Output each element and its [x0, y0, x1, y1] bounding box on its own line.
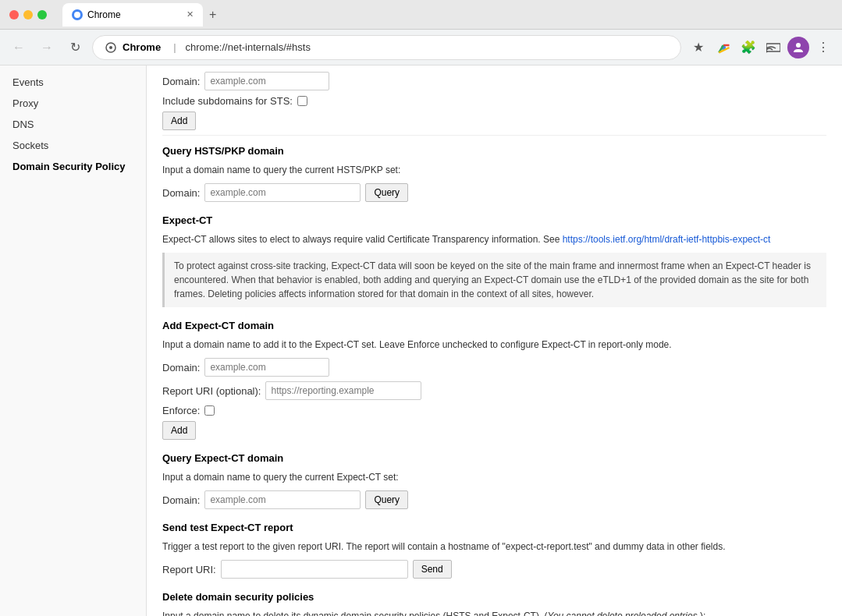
- add-expect-ct-desc: Input a domain name to add it to the Exp…: [162, 338, 826, 352]
- add-expect-ct-report-uri-label: Report URI (optional):: [162, 385, 261, 397]
- minimize-button[interactable]: [23, 10, 33, 19]
- include-subdomains-label: Include subdomains for STS:: [162, 95, 293, 107]
- tab-label: Chrome: [87, 9, 121, 20]
- address-separator: |: [173, 41, 176, 53]
- add-expect-ct-report-uri-row: Report URI (optional):: [162, 381, 826, 400]
- send-test-report-uri-row: Report URI: Send: [162, 560, 826, 579]
- toolbar-icons: ★ 🧩 ⋮: [687, 37, 834, 58]
- sidebar: Events Proxy DNS Sockets Domain Security…: [0, 65, 147, 616]
- add-expect-ct-domain-label: Domain:: [162, 362, 200, 373]
- sidebar-item-proxy[interactable]: Proxy: [0, 93, 146, 114]
- close-button[interactable]: [9, 10, 19, 19]
- add-expect-ct-enforce-checkbox[interactable]: [204, 405, 215, 416]
- query-hsts-button[interactable]: Query: [365, 183, 408, 202]
- delete-policies-title: Delete domain security policies: [162, 591, 826, 603]
- chrome-icon-button[interactable]: [712, 37, 734, 58]
- sidebar-item-sockets[interactable]: Sockets: [0, 135, 146, 156]
- back-button[interactable]: ←: [8, 37, 30, 58]
- expect-ct-link[interactable]: https://tools.ietf.org/html/draft-ietf-h…: [563, 234, 771, 245]
- add-expect-ct-enforce-row: Enforce:: [162, 405, 826, 416]
- tab-favicon: [72, 9, 83, 20]
- add-hsts-row: Add: [162, 112, 826, 130]
- extensions-button[interactable]: 🧩: [737, 37, 759, 58]
- query-hsts-title: Query HSTS/PKP domain: [162, 145, 826, 157]
- query-hsts-desc: Input a domain name to query the current…: [162, 163, 826, 177]
- send-test-report-uri-label: Report URI:: [162, 564, 216, 575]
- menu-button[interactable]: ⋮: [812, 37, 834, 58]
- tab-bar: Chrome ✕ +: [62, 3, 833, 27]
- query-expect-ct-desc: Input a domain name to query the current…: [162, 470, 826, 484]
- partial-add-hsts-section: Domain: Include subdomains for STS: Add: [162, 65, 826, 136]
- svg-point-0: [74, 12, 80, 18]
- add-expect-ct-domain-row: Domain:: [162, 358, 826, 377]
- domain-label-top: Domain:: [162, 76, 200, 87]
- lock-icon: [105, 42, 116, 53]
- query-expect-ct-domain-input[interactable]: [204, 490, 361, 509]
- include-subdomains-checkbox[interactable]: [297, 96, 307, 106]
- sidebar-item-events[interactable]: Events: [0, 72, 146, 93]
- address-bar: ← → ↻ Chrome | chrome://net-internals/#h…: [0, 30, 842, 65]
- forward-button[interactable]: →: [36, 37, 58, 58]
- window-controls: [9, 10, 47, 19]
- tab-close-icon[interactable]: ✕: [187, 9, 194, 19]
- add-expect-ct-enforce-label: Enforce:: [162, 405, 200, 416]
- extensions-icon: 🧩: [741, 40, 756, 55]
- add-expect-ct-title: Add Expect-CT domain: [162, 320, 826, 331]
- expect-ct-desc: Expect-CT allows sites to elect to alway…: [162, 232, 826, 246]
- bookmark-icon: ★: [693, 40, 704, 55]
- title-bar: Chrome ✕ +: [0, 0, 842, 30]
- delete-policies-section: Delete domain security policies Input a …: [162, 591, 826, 616]
- domain-row-top: Domain:: [162, 72, 826, 90]
- refresh-button[interactable]: ↻: [64, 37, 86, 58]
- expect-ct-section: Expect-CT Expect-CT allows sites to elec…: [162, 214, 826, 307]
- address-site-name: Chrome: [123, 41, 161, 53]
- expect-ct-info-box: To protect against cross-site tracking, …: [162, 253, 826, 307]
- delete-policies-desc: Input a domain name to delete its dynami…: [162, 609, 826, 616]
- send-test-title: Send test Expect-CT report: [162, 522, 826, 533]
- add-expect-ct-btn-row: Add: [162, 421, 826, 440]
- maximize-button[interactable]: [37, 10, 47, 19]
- query-expect-ct-button[interactable]: Query: [365, 490, 408, 509]
- sidebar-item-dns[interactable]: DNS: [0, 114, 146, 135]
- send-test-desc: Trigger a test report to the given repor…: [162, 540, 826, 554]
- bookmark-button[interactable]: ★: [687, 37, 709, 58]
- content-area: Domain: Include subdomains for STS: Add …: [147, 65, 842, 616]
- expect-ct-title: Expect-CT: [162, 214, 826, 226]
- address-url: chrome://net-internals/#hsts: [186, 41, 311, 53]
- query-expect-ct-domain-label: Domain:: [162, 494, 200, 506]
- cast-icon: [766, 42, 780, 53]
- active-tab[interactable]: Chrome ✕: [62, 3, 203, 27]
- svg-point-5: [766, 50, 768, 52]
- domain-input-top[interactable]: [204, 72, 329, 90]
- main-layout: Events Proxy DNS Sockets Domain Security…: [0, 65, 842, 616]
- send-test-button[interactable]: Send: [413, 560, 452, 579]
- menu-icon: ⋮: [817, 40, 830, 55]
- chrome-icon: [716, 41, 730, 55]
- add-expect-ct-domain-input[interactable]: [204, 358, 329, 377]
- query-expect-ct-section: Query Expect-CT domain Input a domain na…: [162, 452, 826, 509]
- svg-point-6: [796, 43, 801, 48]
- delete-policies-italic: You cannot delete preloaded entries.: [548, 611, 700, 616]
- profile-avatar[interactable]: [787, 37, 809, 58]
- profile-icon: [792, 41, 805, 54]
- svg-point-2: [109, 46, 112, 49]
- query-hsts-domain-label: Domain:: [162, 187, 200, 199]
- include-subdomains-row: Include subdomains for STS:: [162, 95, 826, 107]
- query-expect-ct-title: Query Expect-CT domain: [162, 452, 826, 464]
- query-expect-ct-domain-row: Domain: Query: [162, 490, 826, 509]
- add-expect-ct-button[interactable]: Add: [162, 421, 196, 440]
- query-hsts-domain-row: Domain: Query: [162, 183, 826, 202]
- add-expect-ct-report-uri-input[interactable]: [265, 381, 421, 400]
- query-hsts-domain-input[interactable]: [204, 183, 361, 202]
- new-tab-button[interactable]: +: [203, 5, 222, 25]
- send-test-section: Send test Expect-CT report Trigger a tes…: [162, 522, 826, 579]
- query-hsts-section: Query HSTS/PKP domain Input a domain nam…: [162, 145, 826, 202]
- add-hsts-button[interactable]: Add: [162, 112, 196, 130]
- sidebar-item-domain-security[interactable]: Domain Security Policy: [0, 156, 146, 177]
- address-input-box[interactable]: Chrome | chrome://net-internals/#hsts: [92, 35, 681, 60]
- add-expect-ct-section: Add Expect-CT domain Input a domain name…: [162, 320, 826, 440]
- cast-button[interactable]: [762, 37, 784, 58]
- send-test-report-uri-input[interactable]: [221, 560, 408, 579]
